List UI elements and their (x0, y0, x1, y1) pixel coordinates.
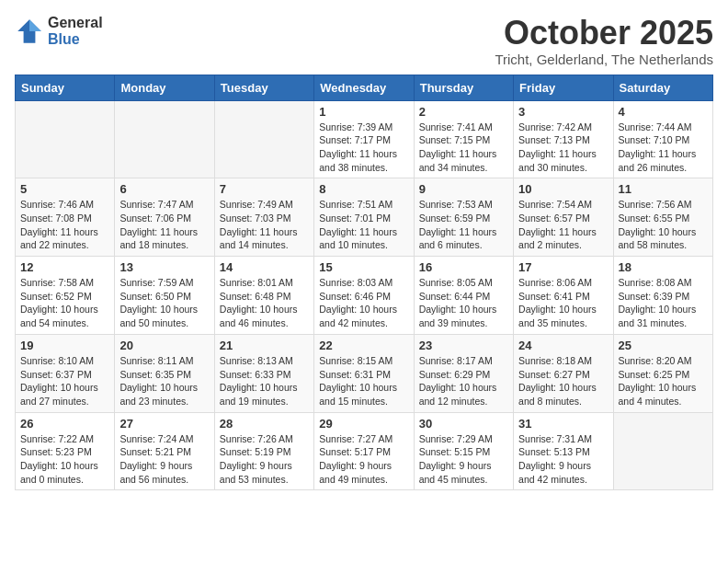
day-info: Sunrise: 8:08 AM Sunset: 6:39 PM Dayligh… (619, 276, 708, 330)
day-info: Sunrise: 7:53 AM Sunset: 6:59 PM Dayligh… (419, 198, 508, 252)
day-info: Sunrise: 8:18 AM Sunset: 6:27 PM Dayligh… (518, 354, 608, 408)
calendar-cell: 22Sunrise: 8:15 AM Sunset: 6:31 PM Dayli… (314, 334, 414, 412)
day-number: 11 (619, 182, 708, 196)
calendar-cell: 31Sunrise: 7:31 AM Sunset: 5:13 PM Dayli… (514, 412, 613, 490)
calendar-cell: 14Sunrise: 8:01 AM Sunset: 6:48 PM Dayli… (214, 257, 313, 335)
calendar-cell: 24Sunrise: 8:18 AM Sunset: 6:27 PM Dayli… (514, 334, 613, 412)
calendar-cell (613, 412, 712, 490)
day-info: Sunrise: 7:51 AM Sunset: 7:01 PM Dayligh… (319, 198, 408, 252)
day-info: Sunrise: 7:29 AM Sunset: 5:15 PM Dayligh… (419, 432, 508, 487)
weekday-header-wednesday: Wednesday (314, 75, 414, 100)
logo-general: General (48, 15, 103, 31)
calendar-cell: 8Sunrise: 7:51 AM Sunset: 7:01 PM Daylig… (314, 178, 414, 257)
day-number: 14 (220, 260, 309, 274)
day-number: 6 (119, 182, 209, 196)
day-number: 16 (419, 260, 508, 274)
day-info: Sunrise: 8:10 AM Sunset: 6:37 PM Dayligh… (20, 354, 109, 408)
calendar-cell: 13Sunrise: 7:59 AM Sunset: 6:50 PM Dayli… (115, 257, 214, 335)
day-number: 2 (419, 105, 508, 119)
svg-marker-1 (29, 19, 41, 31)
day-number: 22 (319, 339, 408, 352)
day-number: 18 (619, 260, 708, 274)
day-info: Sunrise: 7:59 AM Sunset: 6:50 PM Dayligh… (119, 276, 209, 330)
logo-blue: Blue (48, 31, 103, 48)
calendar-cell: 16Sunrise: 8:05 AM Sunset: 6:44 PM Dayli… (414, 257, 513, 335)
calendar-cell: 4Sunrise: 7:44 AM Sunset: 7:10 PM Daylig… (613, 100, 712, 178)
calendar-cell: 7Sunrise: 7:49 AM Sunset: 7:03 PM Daylig… (214, 178, 313, 257)
calendar-cell: 15Sunrise: 8:03 AM Sunset: 6:46 PM Dayli… (314, 257, 414, 335)
calendar-cell: 28Sunrise: 7:26 AM Sunset: 5:19 PM Dayli… (214, 412, 313, 490)
day-number: 31 (518, 417, 608, 431)
day-info: Sunrise: 8:11 AM Sunset: 6:35 PM Dayligh… (119, 354, 209, 408)
day-number: 10 (518, 182, 608, 196)
day-info: Sunrise: 7:47 AM Sunset: 7:06 PM Dayligh… (119, 198, 209, 252)
calendar-cell: 1Sunrise: 7:39 AM Sunset: 7:17 PM Daylig… (314, 100, 414, 178)
day-info: Sunrise: 7:41 AM Sunset: 7:15 PM Dayligh… (419, 121, 508, 175)
calendar-cell: 2Sunrise: 7:41 AM Sunset: 7:15 PM Daylig… (414, 100, 513, 178)
day-info: Sunrise: 7:46 AM Sunset: 7:08 PM Dayligh… (20, 198, 109, 252)
calendar-cell: 9Sunrise: 7:53 AM Sunset: 6:59 PM Daylig… (414, 178, 513, 257)
day-info: Sunrise: 7:27 AM Sunset: 5:17 PM Dayligh… (319, 432, 408, 487)
calendar-cell: 30Sunrise: 7:29 AM Sunset: 5:15 PM Dayli… (414, 412, 513, 490)
day-number: 20 (119, 339, 209, 352)
day-number: 7 (220, 182, 309, 196)
day-number: 25 (619, 339, 708, 352)
day-number: 1 (319, 105, 408, 119)
calendar-cell: 27Sunrise: 7:24 AM Sunset: 5:21 PM Dayli… (115, 412, 214, 490)
day-info: Sunrise: 7:26 AM Sunset: 5:19 PM Dayligh… (220, 432, 309, 487)
day-number: 13 (119, 260, 209, 274)
day-number: 5 (20, 182, 109, 196)
day-info: Sunrise: 7:58 AM Sunset: 6:52 PM Dayligh… (20, 276, 109, 330)
day-info: Sunrise: 8:15 AM Sunset: 6:31 PM Dayligh… (319, 354, 408, 408)
calendar-cell (214, 100, 313, 178)
calendar-week-2: 5Sunrise: 7:46 AM Sunset: 7:08 PM Daylig… (16, 178, 713, 257)
calendar-cell: 10Sunrise: 7:54 AM Sunset: 6:57 PM Dayli… (514, 178, 613, 257)
calendar-cell: 19Sunrise: 8:10 AM Sunset: 6:37 PM Dayli… (16, 334, 115, 412)
day-number: 17 (518, 260, 608, 274)
calendar-cell: 20Sunrise: 8:11 AM Sunset: 6:35 PM Dayli… (115, 334, 214, 412)
month-title: October 2025 (495, 15, 713, 52)
calendar-week-1: 1Sunrise: 7:39 AM Sunset: 7:17 PM Daylig… (16, 100, 713, 178)
calendar-cell: 29Sunrise: 7:27 AM Sunset: 5:17 PM Dayli… (314, 412, 414, 490)
calendar-cell: 6Sunrise: 7:47 AM Sunset: 7:06 PM Daylig… (115, 178, 214, 257)
logo-icon (15, 17, 44, 46)
day-info: Sunrise: 7:54 AM Sunset: 6:57 PM Dayligh… (518, 198, 608, 252)
calendar-week-4: 19Sunrise: 8:10 AM Sunset: 6:37 PM Dayli… (16, 334, 713, 412)
day-info: Sunrise: 7:44 AM Sunset: 7:10 PM Dayligh… (619, 121, 708, 175)
day-number: 9 (419, 182, 508, 196)
logo: General Blue (15, 15, 103, 47)
day-info: Sunrise: 7:24 AM Sunset: 5:21 PM Dayligh… (119, 432, 209, 487)
day-number: 28 (220, 417, 309, 431)
day-number: 26 (20, 417, 109, 431)
calendar-table: SundayMondayTuesdayWednesdayThursdayFrid… (15, 75, 713, 491)
day-info: Sunrise: 8:13 AM Sunset: 6:33 PM Dayligh… (220, 354, 309, 408)
day-info: Sunrise: 7:56 AM Sunset: 6:55 PM Dayligh… (619, 198, 708, 252)
day-info: Sunrise: 7:22 AM Sunset: 5:23 PM Dayligh… (20, 432, 109, 487)
calendar-cell: 25Sunrise: 8:20 AM Sunset: 6:25 PM Dayli… (613, 334, 712, 412)
calendar-week-3: 12Sunrise: 7:58 AM Sunset: 6:52 PM Dayli… (16, 257, 713, 335)
page-header: General Blue October 2025 Tricht, Gelder… (15, 15, 713, 67)
day-number: 3 (518, 105, 608, 119)
weekday-header-sunday: Sunday (16, 75, 115, 100)
weekday-header-friday: Friday (514, 75, 613, 100)
day-number: 12 (20, 260, 109, 274)
day-info: Sunrise: 8:03 AM Sunset: 6:46 PM Dayligh… (319, 276, 408, 330)
calendar-cell (16, 100, 115, 178)
day-info: Sunrise: 8:06 AM Sunset: 6:41 PM Dayligh… (518, 276, 608, 330)
day-number: 15 (319, 260, 408, 274)
calendar-cell: 12Sunrise: 7:58 AM Sunset: 6:52 PM Dayli… (16, 257, 115, 335)
calendar-cell: 17Sunrise: 8:06 AM Sunset: 6:41 PM Dayli… (514, 257, 613, 335)
calendar-cell: 3Sunrise: 7:42 AM Sunset: 7:13 PM Daylig… (514, 100, 613, 178)
weekday-header-tuesday: Tuesday (214, 75, 313, 100)
logo-text: General Blue (48, 15, 103, 47)
day-number: 8 (319, 182, 408, 196)
title-block: October 2025 Tricht, Gelderland, The Net… (495, 15, 713, 67)
location-subtitle: Tricht, Gelderland, The Netherlands (495, 52, 713, 67)
day-info: Sunrise: 8:05 AM Sunset: 6:44 PM Dayligh… (419, 276, 508, 330)
day-info: Sunrise: 7:42 AM Sunset: 7:13 PM Dayligh… (518, 121, 608, 175)
calendar-week-5: 26Sunrise: 7:22 AM Sunset: 5:23 PM Dayli… (16, 412, 713, 490)
calendar-cell: 5Sunrise: 7:46 AM Sunset: 7:08 PM Daylig… (16, 178, 115, 257)
calendar-cell: 21Sunrise: 8:13 AM Sunset: 6:33 PM Dayli… (214, 334, 313, 412)
calendar-cell: 11Sunrise: 7:56 AM Sunset: 6:55 PM Dayli… (613, 178, 712, 257)
day-info: Sunrise: 8:17 AM Sunset: 6:29 PM Dayligh… (419, 354, 508, 408)
